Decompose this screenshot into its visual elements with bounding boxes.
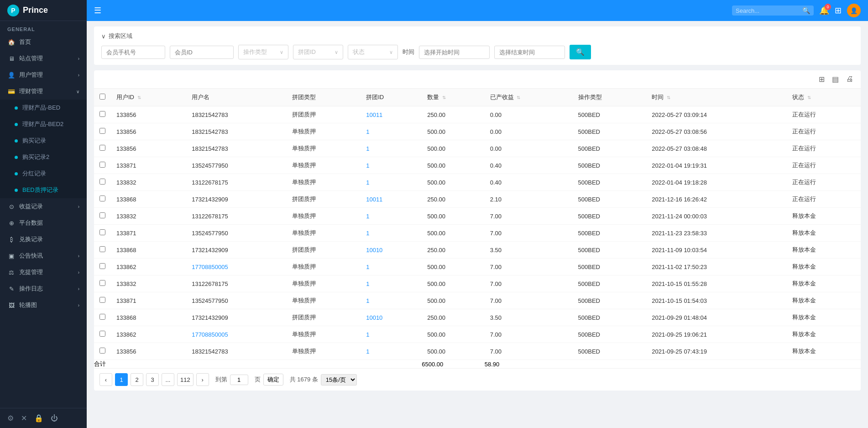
row-checkbox[interactable] [99, 246, 105, 252]
end-time-input[interactable] [494, 46, 565, 59]
menu-toggle-icon[interactable]: ☰ [94, 5, 101, 16]
cell-user-id: 133856 [111, 106, 186, 123]
sidebar-item-charge-mgmt[interactable]: ⚖ 充提管理 › [0, 264, 87, 280]
sidebar-label-purchase-records: 购买记录 [22, 137, 46, 145]
row-checkbox-cell [94, 157, 111, 174]
grid-view-icon[interactable]: ⊞ [817, 74, 826, 85]
content-area: ∨ 搜索区域 操作类型 ∨ 拼团ID ∨ 状态 ∨ 时间 [87, 21, 868, 428]
prev-page-button[interactable]: ‹ [99, 373, 112, 386]
page-button-2[interactable]: 2 [131, 373, 143, 386]
cell-group-id: 1 [361, 174, 422, 191]
row-checkbox-cell [94, 259, 111, 275]
table-row: 133868 17321432909 拼团质押 10011 250.00 2.1… [94, 191, 861, 208]
row-checkbox[interactable] [99, 179, 105, 185]
cell-quantity: 500.00 [422, 326, 485, 343]
sidebar-label-bed-pledge: BED质押记录 [22, 186, 58, 194]
lock-icon[interactable]: 🔒 [34, 414, 43, 423]
group-id-select[interactable]: 拼团ID ∨ [293, 45, 343, 59]
row-checkbox[interactable] [99, 162, 105, 168]
status-select[interactable]: 状态 ∨ [348, 45, 398, 59]
row-checkbox[interactable] [99, 348, 105, 354]
cell-op-type: 500BED [573, 106, 647, 123]
sidebar-item-operation-log[interactable]: ✎ 操作日志 › [0, 280, 87, 297]
table-row: 133832 13122678175 单独质押 1 500.00 7.00 50… [94, 208, 861, 225]
member-id-input[interactable] [170, 46, 234, 59]
cell-earned: 7.00 [485, 326, 573, 343]
row-checkbox[interactable] [99, 297, 105, 303]
sidebar-item-announcement[interactable]: ▣ 公告快讯 › [0, 248, 87, 264]
sidebar-item-user-mgmt[interactable]: 👤 用户管理 › [0, 67, 87, 83]
chevron-right-icon2: › [78, 204, 79, 209]
user-icon: 👤 [7, 71, 16, 79]
member-phone-input[interactable] [101, 46, 165, 59]
header-search-input[interactable] [736, 7, 800, 14]
row-checkbox[interactable] [99, 128, 105, 134]
start-time-input[interactable] [419, 46, 490, 59]
goto-page-input[interactable] [230, 375, 248, 385]
page-button-112[interactable]: 112 [177, 373, 193, 386]
header: ☰ 🔍 🔔 0 ⊞ 👤 [87, 0, 868, 21]
power-icon[interactable]: ⏻ [51, 414, 58, 423]
settings-icon[interactable]: ⚙ [7, 414, 14, 423]
sidebar-item-income-records[interactable]: ⊙ 收益记录 › [0, 198, 87, 215]
row-checkbox[interactable] [99, 196, 105, 201]
goto-confirm-button[interactable]: 确定 [263, 374, 283, 386]
sidebar-label-platform-data: 平台数据 [19, 219, 43, 227]
row-checkbox[interactable] [99, 111, 105, 117]
sidebar-label-dividend-records: 分红记录 [22, 169, 46, 178]
pagination: ‹ 1 2 3 ... 112 › 到第 页 确定 共 1679 条 15条/页… [94, 368, 861, 391]
column-icon[interactable]: ▤ [830, 74, 841, 85]
cell-time: 2022-01-04 19:19:31 [646, 157, 787, 174]
row-checkbox[interactable] [99, 145, 105, 151]
col-time: 时间 ⇅ [646, 89, 787, 106]
notification-icon-wrapper[interactable]: 🔔 0 [819, 5, 829, 16]
sidebar-label-purchase-records2: 购买记录2 [22, 153, 49, 161]
cell-earned: 3.50 [485, 309, 573, 326]
col-group-id: 拼团ID [361, 89, 422, 106]
row-checkbox[interactable] [99, 314, 105, 320]
page-button-1[interactable]: 1 [115, 373, 128, 386]
sidebar-item-product-bed2[interactable]: 理财产品-BED2 [0, 116, 87, 132]
sidebar-item-banner[interactable]: 🖼 轮播图 › [0, 297, 87, 313]
operation-type-select[interactable]: 操作类型 ∨ [238, 45, 288, 59]
cell-group-type: 单独质押 [287, 208, 361, 225]
select-all-checkbox[interactable] [99, 94, 105, 100]
row-checkbox[interactable] [99, 280, 105, 286]
tools-icon[interactable]: ✕ [21, 414, 27, 423]
row-checkbox[interactable] [99, 263, 105, 269]
sidebar-item-product-bed[interactable]: 理财产品-BED [0, 100, 87, 116]
sidebar-label-announcement: 公告快讯 [19, 252, 43, 260]
sidebar-item-bed-pledge[interactable]: BED质押记录 [0, 182, 87, 198]
next-page-button[interactable]: › [196, 373, 209, 386]
cell-status: 释放本金 [787, 326, 861, 343]
page-button-3[interactable]: 3 [146, 373, 159, 386]
cell-earned: 0.00 [485, 106, 573, 123]
row-checkbox[interactable] [99, 229, 105, 235]
row-checkbox[interactable] [99, 212, 105, 218]
chevron-down-icon: › [78, 73, 79, 78]
user-avatar[interactable]: 👤 [847, 4, 861, 17]
page-button-ellipsis: ... [162, 373, 174, 386]
cell-quantity: 500.00 [422, 275, 485, 292]
per-page-select[interactable]: 15条/页 20条/页 50条/页 [321, 374, 357, 386]
cell-user-id: 133862 [111, 259, 186, 275]
sidebar-item-site-mgmt[interactable]: 🖥 站点管理 › [0, 50, 87, 67]
sidebar-item-home[interactable]: 🏠 首页 [0, 34, 87, 50]
cell-quantity: 500.00 [422, 157, 485, 174]
sidebar-item-dividend-records[interactable]: 分红记录 [0, 165, 87, 182]
sidebar-item-purchase-records2[interactable]: 购买记录2 [0, 149, 87, 165]
cell-group-type: 单独质押 [287, 140, 361, 157]
print-icon[interactable]: 🖨 [844, 74, 855, 85]
cell-group-type: 单独质押 [287, 225, 361, 242]
col-user-id: 用户ID ⇅ [111, 89, 186, 106]
sidebar-item-purchase-records[interactable]: 购买记录 [0, 132, 87, 149]
avatar-img: 👤 [850, 7, 858, 14]
grid-icon[interactable]: ⊞ [835, 5, 842, 16]
sidebar-item-platform-data[interactable]: ⊕ 平台数据 [0, 215, 87, 231]
sidebar-item-finance-mgmt[interactable]: 💳 理财管理 ∨ [0, 83, 87, 100]
search-area-toggle[interactable]: ∨ 搜索区域 [101, 32, 853, 40]
row-checkbox[interactable] [99, 331, 105, 337]
cell-time: 2021-10-15 01:54:03 [646, 292, 787, 309]
search-button[interactable]: 🔍 [570, 45, 591, 59]
sidebar-item-redeem-records[interactable]: ₿ 兑换记录 [0, 231, 87, 248]
